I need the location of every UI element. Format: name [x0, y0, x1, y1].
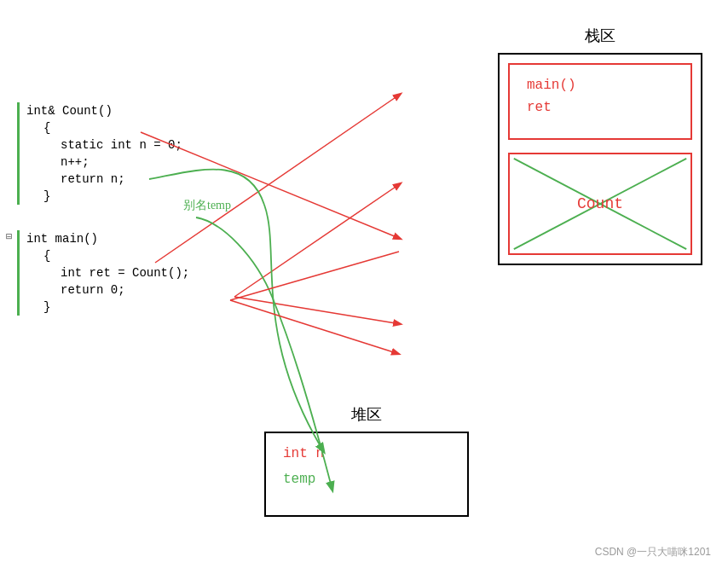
count-function-label: Count [577, 195, 623, 212]
collapse-icon[interactable]: ⊟ [6, 230, 12, 243]
main-function-block: ⊟ int main() { int ret = Count(); return… [17, 230, 256, 316]
stack-outer-box: main() ret Count [498, 53, 702, 265]
code-area: int& Count() { static int n = 0; n++; re… [17, 102, 256, 324]
main-function-label: main() [527, 78, 673, 93]
svg-line-5 [234, 183, 401, 297]
stack-title: 栈区 [498, 26, 702, 46]
code-line-7: int main() [26, 230, 256, 247]
code-line-2: { [26, 119, 256, 136]
heap-temp-label: temp [283, 472, 315, 487]
code-line-9: int ret = Count(); [26, 264, 256, 281]
heap-title: 堆区 [264, 404, 469, 425]
code-line-11: } [26, 298, 256, 316]
code-line-4: n++; [26, 154, 256, 171]
code-line-1: int& Count() [26, 102, 256, 119]
watermark: CSDN @一只大喵咪1201 [595, 545, 711, 559]
heap-area: 堆区 int n temp [264, 404, 469, 517]
stack-area: 栈区 main() ret Count [498, 26, 702, 265]
stack-main-box: main() ret [508, 63, 692, 140]
heap-n-label: int n [283, 446, 450, 461]
svg-line-3 [234, 297, 401, 324]
ret-label: ret [527, 100, 552, 115]
code-line-5: return n; [26, 171, 256, 188]
code-line-10: return 0; [26, 281, 256, 298]
code-line-8: { [26, 247, 256, 264]
stack-count-box: Count [508, 153, 692, 255]
heap-box: int n temp [264, 432, 469, 517]
alias-label: 别名temp [183, 198, 231, 213]
code-line-3: static int n = 0; [26, 136, 256, 154]
count-function-block: int& Count() { static int n = 0; n++; re… [17, 102, 256, 205]
